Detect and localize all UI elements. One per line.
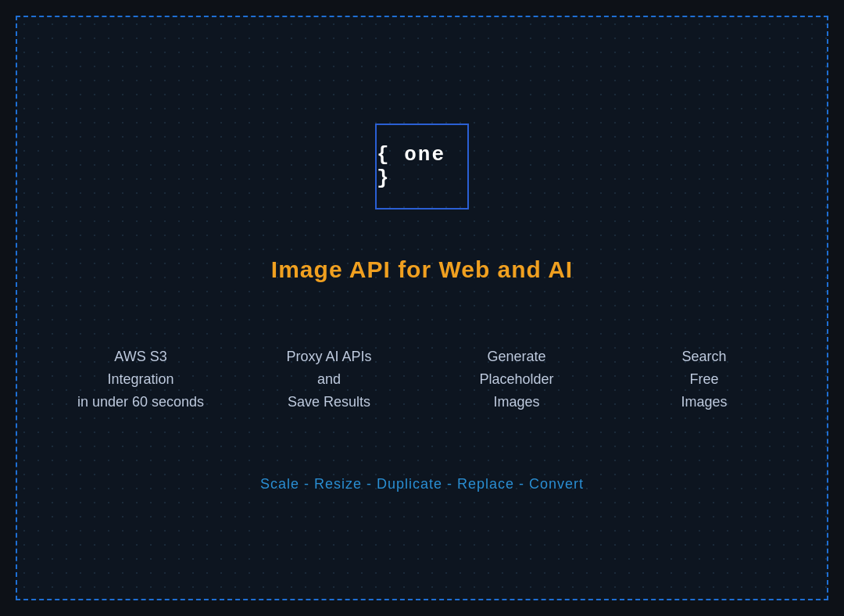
logo-section: { one }	[375, 124, 469, 210]
feature-text-0: AWS S3Integrationin under 60 seconds	[77, 346, 204, 413]
feature-text-2: GeneratePlaceholderImages	[480, 346, 554, 413]
feature-item-3: SearchFreeImages	[642, 346, 767, 413]
features-row: AWS S3Integrationin under 60 secondsProx…	[77, 346, 767, 413]
feature-item-2: GeneratePlaceholderImages	[454, 346, 579, 413]
main-container: { one } Image API for Web and AI AWS S3I…	[16, 16, 828, 600]
feature-item-0: AWS S3Integrationin under 60 seconds	[77, 346, 204, 413]
feature-text-3: SearchFreeImages	[681, 346, 728, 413]
feature-text-1: Proxy AI APIsandSave Results	[287, 346, 372, 413]
main-title: Image API for Web and AI	[271, 256, 573, 283]
logo-box: { one }	[375, 124, 469, 210]
logo-text: { one }	[377, 143, 467, 190]
feature-item-1: Proxy AI APIsandSave Results	[266, 346, 392, 413]
bottom-tagline: Scale - Resize - Duplicate - Replace - C…	[260, 476, 584, 492]
